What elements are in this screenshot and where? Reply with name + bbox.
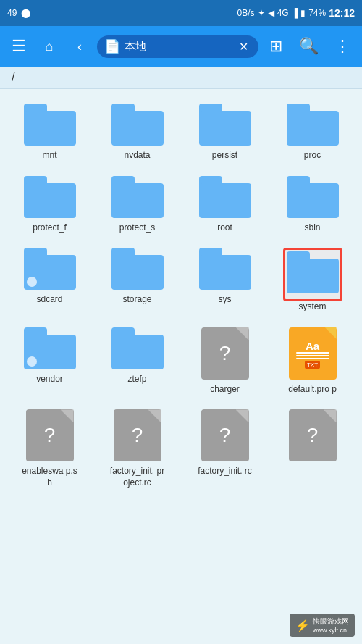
- txt-badge: TXT: [305, 361, 320, 369]
- home-button[interactable]: ⌂: [36, 33, 62, 60]
- file-item-proc[interactable]: proc: [269, 96, 356, 169]
- unknown-file-icon-charger: ?: [201, 327, 249, 380]
- file-name-vendor: vendor: [36, 374, 63, 385]
- file-item-persist[interactable]: persist: [181, 96, 269, 169]
- file-name-protect_s: protect_s: [119, 222, 155, 234]
- file-item-factory_init_project_rc[interactable]: ?factory_init. project.rc: [93, 402, 181, 495]
- tab-pill[interactable]: 📄 本地 ✕: [97, 35, 258, 58]
- file-name-nvdata: nvdata: [124, 150, 150, 162]
- file-item-ztefp[interactable]: ztefp: [93, 320, 181, 403]
- battery-icon: ▮: [300, 8, 306, 18]
- watermark: ⚡ 快眼游戏网 www.kylt.cn: [290, 614, 355, 637]
- home-icon: ⌂: [46, 39, 54, 54]
- menu-button[interactable]: ☰: [6, 31, 32, 62]
- status-left: 49 ⬤: [7, 8, 30, 18]
- file-name-storage: storage: [122, 294, 151, 306]
- more-icon: ⋮: [334, 37, 350, 56]
- file-name-persist: persist: [212, 150, 237, 162]
- watermark-name: 快眼游戏网: [313, 616, 349, 627]
- data-speed: 0B/s: [237, 8, 255, 18]
- tab-label: 本地: [125, 40, 146, 54]
- status-bar: 49 ⬤ 0B/s ✦ ◀ 4G ▐ ▮ 74% 12:12: [0, 0, 362, 26]
- file-item-enableswap_sh[interactable]: ?enableswa p.sh: [6, 402, 93, 495]
- file-name-sbin: sbin: [304, 222, 320, 234]
- file-item-factory_init_rc[interactable]: ?factory_init. rc: [181, 402, 269, 495]
- file-item-unknown4[interactable]: ?: [269, 402, 356, 495]
- folder-icon-nvdata: [111, 104, 164, 146]
- folder-icon-vendor: 🔒: [24, 327, 76, 369]
- nav-bar: ☰ ⌂ ‹ 📄 本地 ✕ ⊞ 🔍 ⋮: [0, 26, 362, 67]
- file-item-vendor[interactable]: 🔒vendor: [6, 320, 93, 403]
- signal-4g-icon: 4G: [277, 8, 289, 18]
- watermark-url: www.kylt.cn: [313, 627, 349, 634]
- file-name-factory_init_rc: factory_init. rc: [198, 466, 252, 477]
- battery-percent: 74%: [308, 8, 326, 18]
- folder-icon-proc: [287, 104, 339, 146]
- file-name-mnt: mnt: [42, 150, 56, 162]
- file-item-sbin[interactable]: sbin: [269, 169, 356, 241]
- file-item-protect_f[interactable]: protect_f: [6, 169, 93, 241]
- folder-icon-storage: [111, 248, 164, 290]
- volume-icon: ◀: [268, 8, 274, 18]
- tab-add-button[interactable]: ⊞: [263, 31, 289, 62]
- unknown-file-icon-unknown4: ?: [289, 409, 337, 461]
- file-name-proc: proc: [304, 150, 321, 162]
- unknown-file-icon-factory_init_project_rc: ?: [114, 409, 161, 461]
- bluetooth-icon: ✦: [258, 8, 265, 18]
- file-item-sdcard[interactable]: 🔒sdcard: [6, 241, 93, 320]
- file-item-sys[interactable]: sys: [181, 241, 269, 320]
- arrow-left-icon: ‹: [77, 39, 82, 54]
- file-item-charger[interactable]: ?charger: [181, 320, 269, 403]
- status-time: 12:12: [329, 7, 355, 19]
- file-item-default_prop[interactable]: AaTXTdefault.pro p: [269, 320, 356, 403]
- file-name-root: root: [217, 222, 232, 234]
- menu-icon: ☰: [12, 37, 26, 56]
- notification-icon-2: ⬤: [21, 8, 30, 18]
- signal-bars-icon: ▐: [292, 8, 298, 18]
- back-icon-button[interactable]: ‹: [67, 33, 93, 60]
- file-name-system: system: [298, 301, 326, 313]
- file-name-sdcard: sdcard: [36, 294, 62, 306]
- folder-icon-persist: [199, 104, 251, 146]
- file-item-nvdata[interactable]: nvdata: [93, 96, 181, 169]
- breadcrumb: /: [0, 67, 362, 89]
- unknown-file-icon-factory_init_rc: ?: [201, 409, 249, 461]
- file-item-mnt[interactable]: mnt: [6, 96, 93, 169]
- tab-pill-inner: 📄 本地: [104, 38, 146, 54]
- search-icon: 🔍: [299, 37, 319, 56]
- file-item-protect_s[interactable]: protect_s: [93, 169, 181, 241]
- file-name-ztefp: ztefp: [127, 374, 146, 385]
- file-name-default_prop: default.pro p: [288, 384, 337, 396]
- watermark-logo: ⚡: [295, 619, 310, 632]
- folder-icon-protect_s: [111, 176, 164, 218]
- file-item-storage[interactable]: storage: [93, 241, 181, 320]
- txt-file-icon-default_prop: AaTXT: [289, 327, 337, 380]
- more-button[interactable]: ⋮: [329, 31, 356, 62]
- watermark-text: 快眼游戏网 www.kylt.cn: [313, 616, 349, 634]
- folder-icon-ztefp: [111, 327, 164, 369]
- folder-icon-root: [199, 176, 251, 218]
- file-grid: mntnvdatapersistprocprotect_fprotect_sro…: [0, 89, 362, 503]
- file-item-system[interactable]: system: [269, 241, 356, 320]
- file-name-sys: sys: [219, 294, 232, 306]
- folder-icon-mnt: [24, 104, 76, 146]
- txt-aa-label: Aa: [306, 340, 319, 352]
- folder-icon-sys: [199, 248, 251, 290]
- folder-icon-system: [287, 251, 339, 293]
- file-name-factory_init_project_rc: factory_init. project.rc: [109, 466, 167, 488]
- notification-icon-1: 49: [7, 8, 17, 18]
- unknown-file-icon-enableswap_sh: ?: [26, 409, 74, 461]
- folder-icon-sbin: [287, 176, 339, 218]
- file-name-protect_f: protect_f: [33, 222, 67, 234]
- tab-close-button[interactable]: ✕: [236, 38, 251, 55]
- search-button[interactable]: 🔍: [293, 31, 324, 62]
- folder-icon-sdcard: 🔒: [24, 248, 76, 290]
- tab-file-icon: 📄: [104, 38, 120, 54]
- file-name-enableswap_sh: enableswa p.sh: [21, 466, 79, 488]
- folder-icon-protect_f: [24, 176, 76, 218]
- add-tab-icon: ⊞: [269, 37, 282, 56]
- file-item-root[interactable]: root: [181, 169, 269, 241]
- breadcrumb-path: /: [12, 71, 14, 83]
- file-name-charger: charger: [210, 384, 240, 396]
- status-right: 0B/s ✦ ◀ 4G ▐ ▮ 74% 12:12: [237, 7, 355, 19]
